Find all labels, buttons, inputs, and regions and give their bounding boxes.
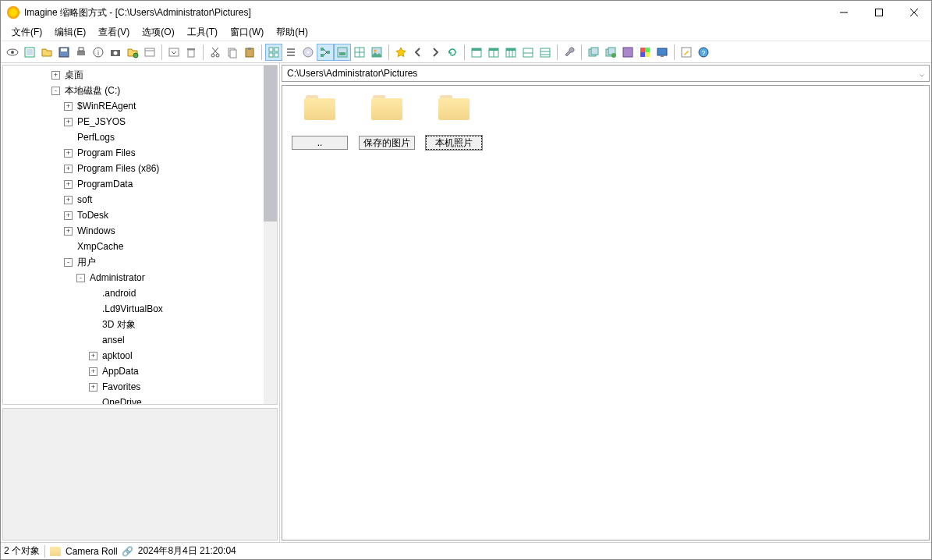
tool-tree-icon[interactable]	[317, 44, 334, 61]
tool-save-icon[interactable]	[55, 44, 73, 61]
tree-node[interactable]: OneDrive	[3, 395, 277, 405]
menu-file[interactable]: 文件(F)	[5, 24, 48, 41]
dropdown-chevron-icon[interactable]: ⌵	[920, 69, 924, 78]
tree-node[interactable]: .android	[3, 285, 277, 301]
tool-batch2-icon[interactable]	[602, 44, 619, 61]
tool-dropdown-icon[interactable]	[165, 44, 183, 61]
menu-view[interactable]: 查看(V)	[92, 24, 136, 41]
expand-icon[interactable]: +	[64, 102, 73, 111]
maximize-button[interactable]	[861, 1, 896, 24]
file-item[interactable]: 本机照片	[426, 95, 482, 150]
tree-node[interactable]: +桌面	[3, 67, 277, 83]
tool-fullscreen-icon[interactable]	[21, 44, 38, 61]
svg-rect-7	[27, 49, 33, 55]
tool-wrench-icon[interactable]	[561, 44, 578, 61]
tree-node[interactable]: -本地磁盘 (C:)	[3, 83, 277, 98]
tool-refresh-icon[interactable]	[444, 44, 461, 61]
status-count: 2 个对象	[4, 544, 40, 558]
tool-star-icon[interactable]	[392, 44, 409, 61]
expand-icon[interactable]: +	[64, 165, 73, 173]
tree-node[interactable]: +ProgramData	[3, 176, 277, 192]
tool-batch1-icon[interactable]	[585, 44, 602, 61]
minimize-button[interactable]	[826, 1, 861, 24]
tree-node[interactable]: +Program Files	[3, 145, 277, 161]
tool-disc-icon[interactable]	[299, 44, 317, 61]
tree-node[interactable]: +PE_JSYOS	[3, 114, 277, 129]
tree-node[interactable]: +soft	[3, 192, 277, 207]
tool-calendar-2-icon[interactable]	[485, 44, 502, 61]
menu-edit[interactable]: 编辑(E)	[48, 24, 92, 41]
tree-node[interactable]: +$WinREAgent	[3, 98, 277, 114]
menu-options[interactable]: 选项(O)	[136, 24, 180, 41]
svg-point-5	[11, 51, 14, 54]
menu-tools[interactable]: 工具(T)	[181, 24, 224, 41]
tree-node[interactable]: -Administrator	[3, 270, 277, 285]
tool-image-icon[interactable]	[368, 44, 385, 61]
menu-window[interactable]: 窗口(W)	[224, 24, 270, 41]
tree-node[interactable]: +apktool	[3, 348, 277, 363]
tool-grid-icon[interactable]	[351, 44, 368, 61]
tool-convert-icon[interactable]	[619, 44, 636, 61]
tool-next-icon[interactable]	[427, 44, 444, 61]
expand-icon[interactable]: +	[64, 227, 73, 236]
expand-icon[interactable]: +	[64, 149, 73, 158]
tool-edit-icon[interactable]	[678, 44, 695, 61]
tree-node[interactable]: XmpCache	[3, 239, 277, 254]
menu-help[interactable]: 帮助(H)	[270, 24, 314, 41]
tree-node[interactable]: .Ld9VirtualBox	[3, 301, 277, 317]
collapse-icon[interactable]: -	[51, 87, 60, 95]
tool-delete-icon[interactable]	[183, 44, 200, 61]
tool-view-thumbs-icon[interactable]	[265, 44, 282, 61]
tool-calendar-4-icon[interactable]	[519, 44, 537, 61]
tool-preferences-icon[interactable]	[141, 44, 158, 61]
tool-calendar-1-icon[interactable]	[468, 44, 485, 61]
tool-print-icon[interactable]	[73, 44, 90, 61]
file-grid[interactable]: ..保存的图片本机照片	[282, 85, 930, 541]
scrollbar-thumb[interactable]	[264, 66, 277, 222]
tree-node[interactable]: -用户	[3, 254, 277, 270]
tool-open-icon[interactable]	[38, 44, 55, 61]
tree-node[interactable]: 3D 对象	[3, 317, 277, 332]
tree-node[interactable]: +Windows	[3, 223, 277, 239]
expand-icon[interactable]: +	[89, 367, 97, 376]
tool-paste-icon[interactable]	[241, 44, 258, 61]
tree-node[interactable]: +AppData	[3, 363, 277, 379]
tree-node[interactable]: +Favorites	[3, 379, 277, 395]
tree-node[interactable]: PerfLogs	[3, 129, 277, 145]
expand-icon[interactable]: +	[64, 118, 73, 126]
tool-cut-icon[interactable]	[207, 44, 224, 61]
expand-icon[interactable]: +	[64, 180, 73, 189]
tool-camera-icon[interactable]	[107, 44, 124, 61]
tool-help-icon[interactable]: ?	[695, 44, 712, 61]
tree-node[interactable]: ansel	[3, 332, 277, 348]
tool-palette-icon[interactable]	[636, 44, 654, 61]
file-item[interactable]: 保存的图片	[359, 95, 415, 150]
expand-icon[interactable]: +	[89, 383, 97, 392]
expand-icon[interactable]: +	[64, 196, 73, 204]
tool-screen-icon[interactable]	[654, 44, 671, 61]
tree-label: soft	[76, 194, 92, 205]
tree-label: 3D 对象	[101, 318, 136, 331]
collapse-icon[interactable]: -	[76, 274, 85, 282]
toolbar-separator	[388, 44, 389, 60]
collapse-icon[interactable]: -	[64, 258, 73, 267]
tool-preview-icon[interactable]	[334, 44, 351, 61]
tool-eye-icon[interactable]	[4, 44, 21, 61]
tool-view-list-icon[interactable]	[282, 44, 299, 61]
expand-icon[interactable]: +	[51, 71, 60, 80]
tool-info-icon[interactable]: i	[90, 44, 107, 61]
tool-calendar-3-icon[interactable]	[502, 44, 519, 61]
tool-prev-icon[interactable]	[409, 44, 427, 61]
expand-icon[interactable]: +	[64, 211, 73, 220]
tree-node[interactable]: +Program Files (x86)	[3, 161, 277, 176]
tool-folder-open-icon[interactable]	[124, 44, 141, 61]
tree-node[interactable]: +ToDesk	[3, 207, 277, 223]
scrollbar[interactable]	[264, 66, 277, 404]
folder-tree[interactable]: +桌面-本地磁盘 (C:)+$WinREAgent+PE_JSYOSPerfLo…	[2, 65, 278, 405]
file-item[interactable]: ..	[292, 95, 348, 150]
tool-calendar-5-icon[interactable]	[537, 44, 554, 61]
expand-icon[interactable]: +	[89, 352, 97, 360]
close-button[interactable]	[896, 1, 931, 24]
tool-copy-icon[interactable]	[224, 44, 241, 61]
address-bar[interactable]: C:\Users\Administrator\Pictures ⌵	[282, 65, 930, 82]
